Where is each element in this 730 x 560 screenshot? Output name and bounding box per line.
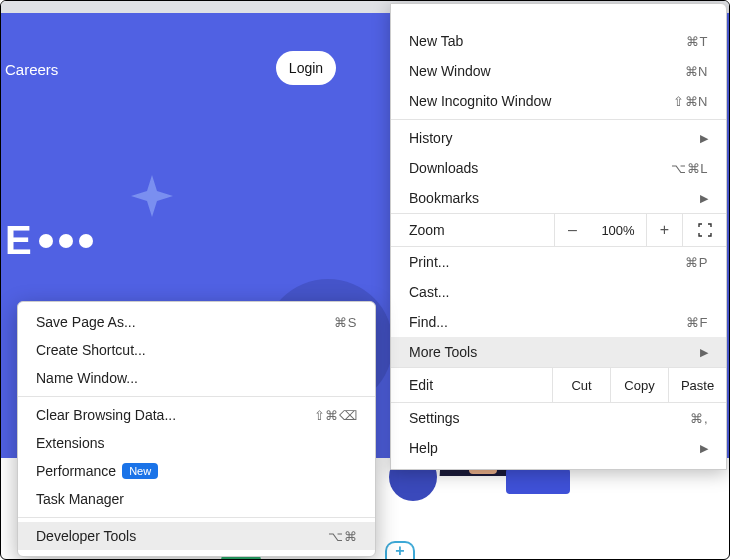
menu-settings[interactable]: Settings⌘, xyxy=(391,403,726,433)
menu-label: More Tools xyxy=(409,344,477,360)
more-tools-submenu: Save Page As...⌘S Create Shortcut... Nam… xyxy=(17,301,376,557)
menu-label: New Incognito Window xyxy=(409,93,551,109)
submenu-performance[interactable]: PerformanceNew xyxy=(18,457,375,485)
menu-new-incognito[interactable]: New Incognito Window⇧⌘N xyxy=(391,86,726,116)
edit-cut-button[interactable]: Cut xyxy=(552,368,610,402)
menu-separator xyxy=(391,119,726,120)
chevron-right-icon: ▶ xyxy=(700,346,708,359)
menu-label: Cast... xyxy=(409,284,449,300)
submenu-create-shortcut[interactable]: Create Shortcut... xyxy=(18,336,375,364)
menu-label: Bookmarks xyxy=(409,190,479,206)
shortcut: ⌥⌘L xyxy=(671,161,708,176)
chevron-right-icon: ▶ xyxy=(700,442,708,455)
shortcut: ⇧⌘N xyxy=(673,94,708,109)
zoom-out-button[interactable]: – xyxy=(554,214,590,246)
zoom-in-button[interactable]: + xyxy=(646,214,682,246)
shortcut: ⌘P xyxy=(685,255,708,270)
hero-letter: E xyxy=(5,218,33,263)
menu-print[interactable]: Print...⌘P xyxy=(391,247,726,277)
menu-help[interactable]: Help▶ xyxy=(391,433,726,463)
menu-separator xyxy=(18,517,375,518)
fullscreen-button[interactable] xyxy=(682,214,726,246)
chevron-right-icon: ▶ xyxy=(700,192,708,205)
shortcut: ⇧⌘⌫ xyxy=(314,408,358,423)
shortcut: ⌘F xyxy=(686,315,708,330)
menu-edit-row: Edit Cut Copy Paste xyxy=(391,367,726,403)
window: Careers Login E + New Tab⌘T New Window⌘N… xyxy=(0,0,730,560)
menu-label: History xyxy=(409,130,453,146)
decorative-shape xyxy=(506,468,570,494)
menu-bookmarks[interactable]: Bookmarks▶ xyxy=(391,183,726,213)
menu-label: Save Page As... xyxy=(36,314,136,330)
shortcut: ⌥⌘ xyxy=(328,529,357,544)
nav-careers-link[interactable]: Careers xyxy=(5,61,58,78)
menu-label: Print... xyxy=(409,254,449,270)
submenu-developer-tools[interactable]: Developer Tools⌥⌘ xyxy=(18,522,375,550)
chevron-right-icon: ▶ xyxy=(700,132,708,145)
menu-downloads[interactable]: Downloads⌥⌘L xyxy=(391,153,726,183)
menu-label: New Tab xyxy=(409,33,463,49)
login-button[interactable]: Login xyxy=(276,51,336,85)
submenu-name-window[interactable]: Name Window... xyxy=(18,364,375,392)
menu-label: Downloads xyxy=(409,160,478,176)
menu-edit-label: Edit xyxy=(391,377,552,393)
menu-zoom-label: Zoom xyxy=(391,222,554,238)
menu-label: Create Shortcut... xyxy=(36,342,146,358)
menu-new-tab[interactable]: New Tab⌘T xyxy=(391,26,726,56)
plus-icon: + xyxy=(385,541,415,559)
hero-dot xyxy=(79,234,93,248)
menu-more-tools[interactable]: More Tools▶ xyxy=(391,337,726,367)
shortcut: ⌘N xyxy=(685,64,708,79)
hero-dot xyxy=(59,234,73,248)
shortcut: ⌘T xyxy=(686,34,708,49)
menu-label: Extensions xyxy=(36,435,104,451)
edit-paste-button[interactable]: Paste xyxy=(668,368,726,402)
menu-zoom-row: Zoom – 100% + xyxy=(391,213,726,247)
submenu-task-manager[interactable]: Task Manager xyxy=(18,485,375,513)
menu-separator xyxy=(18,396,375,397)
sparkle-icon xyxy=(129,173,175,219)
menu-new-window[interactable]: New Window⌘N xyxy=(391,56,726,86)
edit-copy-button[interactable]: Copy xyxy=(610,368,668,402)
menu-label: Clear Browsing Data... xyxy=(36,407,176,423)
browser-main-menu: New Tab⌘T New Window⌘N New Incognito Win… xyxy=(390,3,727,470)
hero-dot xyxy=(39,234,53,248)
submenu-save-page[interactable]: Save Page As...⌘S xyxy=(18,308,375,336)
menu-history[interactable]: History▶ xyxy=(391,123,726,153)
menu-cast[interactable]: Cast... xyxy=(391,277,726,307)
fullscreen-icon xyxy=(698,223,712,237)
menu-label: PerformanceNew xyxy=(36,463,158,479)
menu-label: Settings xyxy=(409,410,460,426)
menu-find[interactable]: Find...⌘F xyxy=(391,307,726,337)
menu-label: Developer Tools xyxy=(36,528,136,544)
menu-label: Find... xyxy=(409,314,448,330)
menu-label: Help xyxy=(409,440,438,456)
submenu-extensions[interactable]: Extensions xyxy=(18,429,375,457)
zoom-value: 100% xyxy=(590,223,646,238)
menu-label: Name Window... xyxy=(36,370,138,386)
new-badge: New xyxy=(122,463,158,479)
menu-label: New Window xyxy=(409,63,491,79)
submenu-clear-browsing[interactable]: Clear Browsing Data...⇧⌘⌫ xyxy=(18,401,375,429)
shortcut: ⌘S xyxy=(334,315,357,330)
hero-text-fragment: E xyxy=(5,218,93,263)
menu-label: Task Manager xyxy=(36,491,124,507)
shortcut: ⌘, xyxy=(690,411,708,426)
